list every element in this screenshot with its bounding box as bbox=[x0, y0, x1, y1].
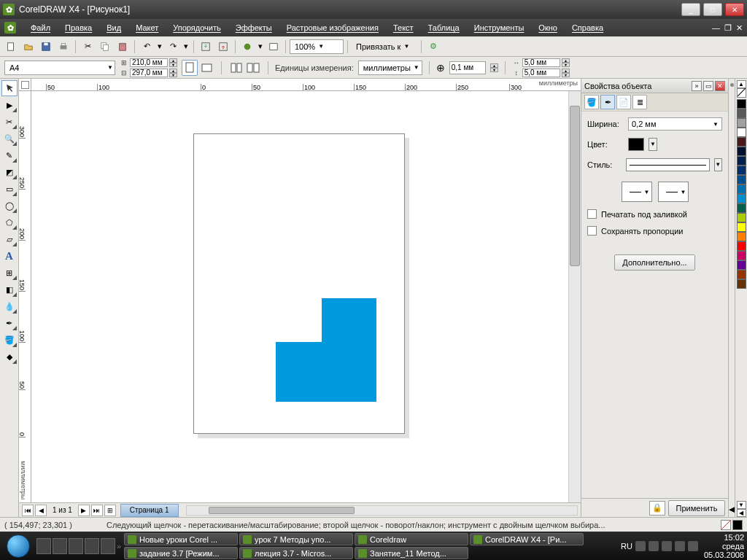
minimize-button[interactable]: _ bbox=[681, 3, 700, 16]
docker-detach-button[interactable]: ▭ bbox=[703, 81, 713, 91]
outline-style-combo[interactable] bbox=[626, 158, 709, 171]
ql-item[interactable] bbox=[101, 538, 115, 554]
color-swatch[interactable] bbox=[737, 279, 746, 289]
menu-effects[interactable]: Эффекты bbox=[228, 19, 279, 36]
status-fill-swatch[interactable] bbox=[721, 520, 731, 530]
apply-button[interactable]: Применить bbox=[668, 500, 725, 516]
ql-item[interactable] bbox=[69, 538, 83, 554]
vertical-scrollbar[interactable] bbox=[568, 91, 581, 502]
options-button[interactable]: ⚙ bbox=[425, 39, 441, 55]
taskbar-task[interactable]: CorelDRAW X4 - [Ри... bbox=[470, 533, 584, 545]
ql-more[interactable]: » bbox=[117, 538, 121, 554]
outline-color-swatch[interactable] bbox=[628, 138, 644, 151]
dup-x-input[interactable]: 5,0 мм bbox=[522, 58, 560, 67]
mdi-close-icon[interactable]: ✕ bbox=[736, 23, 743, 33]
color-dd[interactable]: ▼ bbox=[649, 138, 657, 151]
nudge-input[interactable]: 0,1 мм bbox=[449, 61, 486, 74]
dup-y-input[interactable]: 5,0 мм bbox=[522, 69, 560, 77]
color-swatch[interactable] bbox=[737, 213, 746, 222]
clock[interactable]: 15:02 среда 05.03.2008 bbox=[704, 533, 744, 559]
interactive-fill-tool[interactable]: ◆ bbox=[1, 349, 18, 365]
scale-outline-checkbox[interactable]: Сохранять пропорции bbox=[587, 226, 722, 236]
page-add[interactable]: ⊞ bbox=[104, 505, 116, 516]
ql-item[interactable] bbox=[53, 538, 67, 554]
menu-bitmaps[interactable]: Растровые изображения bbox=[279, 19, 386, 36]
text-tool[interactable]: A bbox=[1, 248, 18, 264]
style-dd[interactable]: ▼ bbox=[714, 158, 723, 171]
color-swatch[interactable] bbox=[737, 147, 746, 156]
table-tool[interactable]: ⊞ bbox=[1, 265, 18, 281]
page-first[interactable]: ⏮ bbox=[22, 505, 34, 516]
import-button[interactable] bbox=[198, 39, 214, 55]
menu-help[interactable]: Справка bbox=[565, 19, 611, 36]
menu-file[interactable]: Файл bbox=[23, 19, 58, 36]
line-start-combo[interactable]: ▼ bbox=[622, 182, 652, 202]
line-end-combo[interactable]: ▼ bbox=[658, 182, 689, 202]
lock-button[interactable]: 🔒 bbox=[649, 501, 665, 516]
page-last[interactable]: ⏭ bbox=[91, 505, 103, 516]
color-swatch[interactable] bbox=[737, 118, 746, 128]
tray-icon[interactable] bbox=[635, 541, 646, 551]
flyout-arrow-icon[interactable]: ◀ bbox=[729, 505, 735, 514]
menu-edit[interactable]: Правка bbox=[58, 19, 99, 36]
save-button[interactable] bbox=[38, 39, 54, 55]
redo-dd[interactable]: ▾ bbox=[182, 39, 190, 55]
color-swatch[interactable] bbox=[737, 222, 746, 232]
color-swatch[interactable] bbox=[737, 194, 746, 203]
taskbar-task[interactable]: Занятие_11 Метод... bbox=[355, 547, 468, 559]
menu-table[interactable]: Таблица bbox=[421, 19, 467, 36]
undo-button[interactable]: ↶ bbox=[139, 39, 155, 55]
ql-item[interactable] bbox=[85, 538, 99, 554]
color-swatch[interactable] bbox=[737, 270, 746, 279]
mdi-restore-icon[interactable]: ❐ bbox=[724, 23, 732, 33]
cut-button[interactable]: ✂ bbox=[80, 39, 96, 55]
close-button[interactable]: ✕ bbox=[725, 3, 744, 16]
print-button[interactable] bbox=[55, 39, 71, 55]
page-next[interactable]: ▶ bbox=[78, 505, 90, 516]
color-swatch[interactable] bbox=[737, 203, 746, 213]
page-height-input[interactable]: 297,0 мм bbox=[130, 69, 168, 77]
menu-tools[interactable]: Инструменты bbox=[467, 19, 532, 36]
docker-expand-button[interactable]: » bbox=[692, 81, 702, 91]
color-swatch[interactable] bbox=[737, 156, 746, 166]
taskbar-task[interactable]: лекция 3.7 - Micros... bbox=[239, 547, 353, 559]
docker-tab-web[interactable]: ≣ bbox=[632, 95, 647, 109]
horizontal-scrollbar[interactable] bbox=[186, 505, 578, 516]
pages-single-button[interactable] bbox=[228, 60, 244, 76]
color-swatch[interactable] bbox=[737, 184, 746, 194]
undo-dd[interactable]: ▾ bbox=[156, 39, 163, 55]
rectangle-tool[interactable]: ▭ bbox=[1, 181, 18, 197]
lang-indicator[interactable]: RU bbox=[621, 542, 632, 551]
menu-layout[interactable]: Макет bbox=[128, 19, 166, 36]
docker-tab-fill[interactable]: 🪣 bbox=[584, 95, 599, 109]
maximize-button[interactable]: □ bbox=[703, 3, 722, 16]
app-launcher-button[interactable] bbox=[239, 39, 255, 55]
zoom-combo[interactable]: 100%▼ bbox=[290, 39, 344, 54]
taskbar-task[interactable]: Coreldraw bbox=[355, 533, 468, 545]
color-swatch[interactable] bbox=[737, 137, 746, 147]
interactive-tool[interactable]: ◧ bbox=[1, 281, 18, 298]
taskbar-task[interactable]: Новые уроки Corel ... bbox=[124, 533, 238, 545]
docker-flyout-strip[interactable]: ◀ bbox=[728, 79, 735, 517]
tray-icon[interactable] bbox=[649, 541, 659, 551]
ruler-origin[interactable] bbox=[19, 79, 31, 91]
welcome-button[interactable] bbox=[266, 39, 282, 55]
redo-button[interactable]: ↷ bbox=[165, 39, 181, 55]
drawn-shape[interactable] bbox=[276, 298, 376, 402]
docker-tab-text[interactable]: 📄 bbox=[616, 95, 631, 109]
page-prev[interactable]: ◀ bbox=[35, 505, 47, 516]
no-color-swatch[interactable] bbox=[737, 88, 746, 98]
tray-icon[interactable] bbox=[688, 541, 698, 551]
flyout-dot-icon[interactable] bbox=[730, 83, 734, 87]
outline-tool[interactable]: ✒ bbox=[1, 315, 18, 331]
color-swatch[interactable] bbox=[737, 109, 746, 118]
color-swatch[interactable] bbox=[737, 99, 746, 109]
freehand-tool[interactable]: ✎ bbox=[1, 147, 18, 163]
smart-fill-tool[interactable]: ◩ bbox=[1, 164, 18, 180]
ql-item[interactable] bbox=[36, 538, 51, 554]
print-behind-checkbox[interactable]: Печатать под заливкой bbox=[587, 209, 722, 219]
status-outline-swatch[interactable] bbox=[732, 520, 743, 530]
color-swatch[interactable] bbox=[737, 166, 746, 175]
menu-text[interactable]: Текст bbox=[386, 19, 421, 36]
start-button[interactable] bbox=[3, 532, 34, 560]
